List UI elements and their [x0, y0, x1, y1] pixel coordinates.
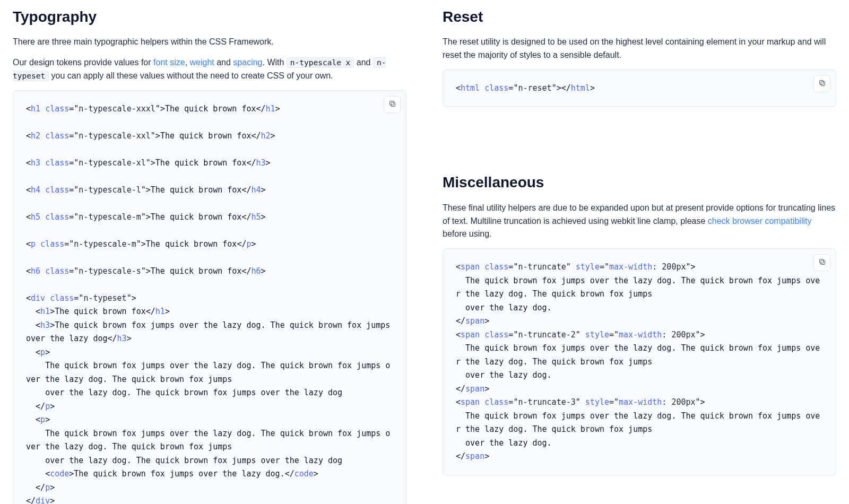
text: before using. [443, 229, 492, 238]
copy-icon [818, 79, 826, 89]
typography-codeblock: <h1 class="n-typescale-xxxl">The quick b… [13, 90, 406, 504]
spacing-link[interactable]: spacing [233, 58, 262, 67]
svg-rect-3 [819, 80, 824, 84]
reset-code: <html class="n-reset"></html> [456, 82, 823, 95]
text: you can apply all these values without t… [49, 71, 333, 80]
svg-rect-5 [819, 259, 824, 264]
typography-desc: Our design tokens provide values for fon… [13, 56, 406, 83]
text: Our design tokens provide values for [13, 58, 153, 67]
text: , [185, 58, 190, 67]
typography-heading: Typography [13, 5, 406, 28]
svg-rect-1 [389, 101, 394, 105]
browser-compat-link[interactable]: check browser compatibility [708, 216, 812, 225]
copy-icon [818, 258, 826, 267]
text: . With [263, 58, 287, 67]
copy-button[interactable] [813, 75, 830, 92]
typography-section: Typography There are three main typograp… [13, 5, 406, 504]
font-size-link[interactable]: font size [153, 58, 185, 67]
svg-rect-2 [821, 82, 825, 86]
reset-intro: The reset utility is designed to be used… [443, 36, 836, 62]
misc-heading: Miscellaneous [443, 171, 836, 194]
reset-section: Reset The reset utility is designed to b… [443, 5, 836, 107]
misc-section: Miscellaneous These final utility helper… [443, 171, 836, 475]
text: and [354, 58, 373, 67]
typography-code: <h1 class="n-typescale-xxxl">The quick b… [26, 102, 393, 504]
typescale-code: n-typescale x [287, 57, 354, 68]
reset-codeblock: <html class="n-reset"></html> [443, 69, 836, 108]
misc-code: <span class="n-truncate" style="max-widt… [456, 260, 823, 464]
text: and [214, 58, 233, 67]
copy-button[interactable] [384, 96, 401, 113]
weight-link[interactable]: weight [190, 58, 214, 67]
typography-intro: There are three main typographic helpers… [13, 36, 406, 49]
copy-icon [388, 100, 396, 109]
reset-heading: Reset [443, 5, 836, 28]
copy-button[interactable] [813, 254, 830, 271]
svg-rect-4 [821, 260, 825, 265]
misc-intro: These final utility helpers are due to b… [443, 202, 836, 241]
svg-rect-0 [391, 102, 395, 107]
misc-codeblock: <span class="n-truncate" style="max-widt… [443, 248, 836, 476]
right-column: Reset The reset utility is designed to b… [443, 5, 836, 504]
